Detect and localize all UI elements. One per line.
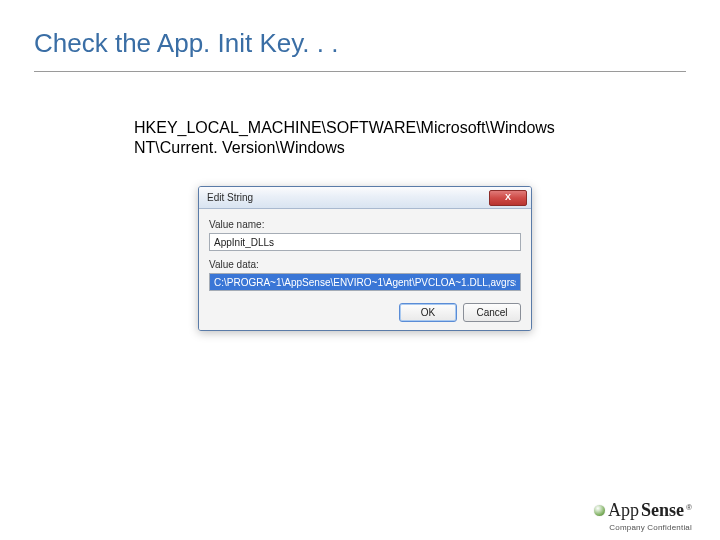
slide-title: Check the App. Init Key. . . <box>34 28 686 69</box>
ok-button[interactable]: OK <box>399 303 457 322</box>
registry-path-line2: NT\Current. Version\Windows <box>134 139 345 156</box>
registry-path: HKEY_LOCAL_MACHINE\SOFTWARE\Microsoft\Wi… <box>134 118 686 158</box>
dialog-screenshot: Edit String X Value name: Value data: OK… <box>198 186 686 331</box>
dialog-titlebar: Edit String X <box>199 187 531 209</box>
value-data-label: Value data: <box>209 259 521 270</box>
registry-path-line1: HKEY_LOCAL_MACHINE\SOFTWARE\Microsoft\Wi… <box>134 119 555 136</box>
slide: Check the App. Init Key. . . HKEY_LOCAL_… <box>0 0 720 540</box>
dialog-body: Value name: Value data: OK Cancel <box>199 209 531 330</box>
value-name-input[interactable] <box>209 233 521 251</box>
value-data-input[interactable] <box>209 273 521 291</box>
dialog-button-row: OK Cancel <box>209 299 521 322</box>
registered-mark: ® <box>686 503 692 512</box>
edit-string-dialog: Edit String X Value name: Value data: OK… <box>198 186 532 331</box>
close-icon: X <box>505 193 511 202</box>
close-button[interactable]: X <box>489 190 527 206</box>
value-name-label: Value name: <box>209 219 521 230</box>
logo-bullet-icon <box>594 505 605 516</box>
content-area: HKEY_LOCAL_MACHINE\SOFTWARE\Microsoft\Wi… <box>34 72 686 331</box>
logo: AppSense® <box>594 500 692 521</box>
dialog-title: Edit String <box>207 192 253 203</box>
logo-text-app: App <box>608 500 639 521</box>
confidential-label: Company Confidential <box>594 523 692 532</box>
logo-text-sense: Sense <box>641 500 684 521</box>
footer: AppSense® Company Confidential <box>594 500 692 532</box>
cancel-button[interactable]: Cancel <box>463 303 521 322</box>
